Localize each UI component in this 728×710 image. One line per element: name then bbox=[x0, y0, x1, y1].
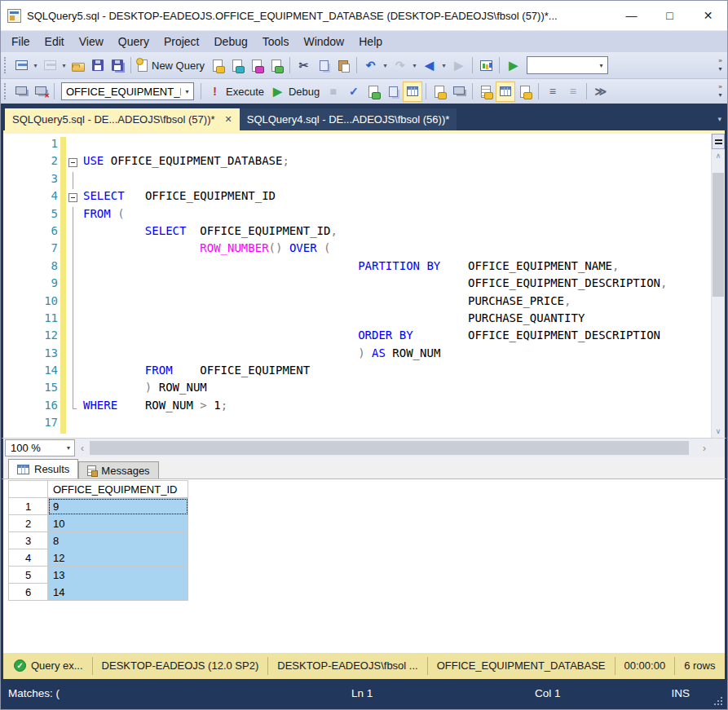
value-cell[interactable]: 8 bbox=[48, 532, 188, 549]
show-results-pane-button[interactable] bbox=[403, 82, 422, 102]
row-number-cell[interactable]: 5 bbox=[9, 567, 48, 584]
tab-messages[interactable]: Messages bbox=[78, 461, 158, 478]
code-line-3[interactable]: 3 bbox=[3, 172, 711, 189]
menu-window[interactable]: Window bbox=[296, 33, 351, 51]
code-line-13[interactable]: 13 ) AS ROW_NUM bbox=[3, 346, 711, 364]
row-number-cell[interactable]: 3 bbox=[9, 532, 48, 549]
vertical-scroll-thumb[interactable] bbox=[713, 173, 724, 297]
menu-project[interactable]: Project bbox=[157, 33, 207, 51]
database-engine-query-button[interactable] bbox=[208, 55, 227, 76]
minimize-button[interactable]: — bbox=[612, 1, 651, 30]
collapse-toggle[interactable] bbox=[68, 158, 77, 167]
mdx-query-button[interactable] bbox=[227, 55, 247, 76]
results-to-text-button[interactable] bbox=[476, 82, 496, 102]
add-item-dropdown[interactable]: ▾ bbox=[60, 62, 68, 69]
add-item-button[interactable] bbox=[40, 55, 60, 76]
navigate-backward-button[interactable]: ◀ bbox=[419, 55, 439, 76]
code-line-15[interactable]: 15 ) ROW_NUM bbox=[3, 381, 711, 398]
grid-corner-cell[interactable] bbox=[9, 481, 48, 498]
code-line-4[interactable]: 4SELECT OFFICE_EQUIPMENT_ID bbox=[3, 189, 711, 206]
template-parameters-button[interactable] bbox=[383, 82, 403, 102]
xmla-query-button[interactable] bbox=[267, 55, 286, 76]
code-editor[interactable]: 12USE OFFICE_EQUIPMENT_DATABASE;34SELECT… bbox=[1, 134, 727, 438]
code-line-1[interactable]: 1 bbox=[3, 137, 711, 154]
close-button[interactable]: ✕ bbox=[689, 1, 727, 30]
menu-view[interactable]: View bbox=[72, 33, 111, 51]
grid-column-header[interactable]: OFFICE_EQUIPMENT_ID bbox=[48, 481, 188, 498]
paste-button[interactable] bbox=[333, 55, 353, 76]
comment-button[interactable]: ≡ bbox=[542, 82, 563, 102]
maximize-button[interactable]: □ bbox=[651, 1, 689, 30]
navigate-backward-dropdown[interactable]: ▾ bbox=[439, 62, 448, 69]
uncomment-button[interactable]: ≡ bbox=[563, 82, 583, 102]
vertical-scroll-track[interactable] bbox=[712, 162, 725, 425]
change-connection-button[interactable] bbox=[31, 82, 51, 102]
tab-sqlquery5[interactable]: SQLQuery5.sql - DE...ADEOJS\fbsol (57))*… bbox=[5, 108, 240, 130]
code-line-14[interactable]: 14 FROM OFFICE_EQUIPMENT bbox=[3, 364, 711, 381]
collapse-toggle[interactable] bbox=[68, 193, 77, 202]
undo-dropdown[interactable]: ▾ bbox=[381, 62, 390, 69]
intellisense-button[interactable] bbox=[364, 82, 383, 102]
row-number-cell[interactable]: 6 bbox=[9, 584, 48, 601]
horizontal-scroll-track[interactable] bbox=[689, 441, 697, 455]
start-debug-button[interactable]: ▶ bbox=[503, 55, 523, 76]
code-line-17[interactable]: 17 bbox=[3, 416, 711, 433]
navigate-forward-button[interactable]: ▶ bbox=[448, 55, 469, 76]
resize-grip[interactable] bbox=[713, 695, 722, 705]
dmx-query-button[interactable] bbox=[247, 55, 267, 76]
activity-monitor-button[interactable] bbox=[476, 55, 496, 76]
code-line-5[interactable]: 5FROM ( bbox=[3, 207, 711, 224]
horizontal-scroll-thumb[interactable] bbox=[90, 441, 689, 455]
code-line-7[interactable]: 7 ROW_NUMBER() OVER ( bbox=[3, 241, 711, 258]
scroll-left-icon[interactable]: ‹ bbox=[75, 443, 90, 454]
toolbar-grip[interactable] bbox=[4, 83, 7, 99]
standard-toolbar-combo-dropdown-icon[interactable]: ▾ bbox=[595, 62, 607, 69]
standard-toolbar-overflow[interactable]: »▾ bbox=[714, 54, 726, 77]
results-to-grid-button[interactable] bbox=[496, 82, 515, 102]
scroll-down-icon[interactable]: ∨ bbox=[712, 425, 725, 438]
code-line-2[interactable]: 2USE OFFICE_EQUIPMENT_DATABASE; bbox=[3, 154, 711, 171]
editor-splitter-handle[interactable] bbox=[712, 134, 725, 149]
code-line-10[interactable]: 10 PURCHASE_PRICE, bbox=[3, 294, 711, 311]
open-file-button[interactable] bbox=[68, 55, 88, 76]
row-number-cell[interactable]: 4 bbox=[9, 549, 48, 567]
editor-vertical-scrollbar[interactable]: ∧ ∨ bbox=[711, 134, 725, 438]
menu-query[interactable]: Query bbox=[111, 33, 157, 51]
row-number-cell[interactable]: 2 bbox=[9, 515, 48, 532]
tab-sqlquery4[interactable]: SQLQuery4.sql - DE...ADEOJS\fbsol (56))* bbox=[240, 108, 457, 130]
zoom-combo[interactable]: 100 % ▾ bbox=[5, 439, 75, 456]
row-number-cell[interactable]: 1 bbox=[9, 498, 48, 515]
client-statistics-button[interactable] bbox=[449, 82, 469, 102]
code-line-12[interactable]: 12 ORDER BY OFFICE_EQUIPMENT_DESCRIPTION bbox=[3, 329, 711, 346]
sql-toolbar-overflow[interactable]: »▾ bbox=[714, 81, 726, 102]
database-combo-dropdown-icon[interactable]: ▾ bbox=[181, 88, 193, 95]
menu-file[interactable]: File bbox=[4, 33, 38, 51]
undo-button[interactable]: ↶ bbox=[360, 55, 381, 76]
code-line-8[interactable]: 8 PARTITION BY OFFICE_EQUIPMENT_NAME, bbox=[3, 259, 711, 276]
value-cell[interactable]: 10 bbox=[48, 515, 188, 532]
increase-indent-button[interactable]: ≫ bbox=[590, 82, 611, 102]
code-line-11[interactable]: 11 PURCHASE_QUANTITY bbox=[3, 311, 711, 329]
standard-toolbar-combo[interactable]: ▾ bbox=[527, 56, 608, 74]
redo-button[interactable]: ↷ bbox=[390, 55, 410, 76]
new-project-button[interactable] bbox=[11, 55, 31, 76]
menu-debug[interactable]: Debug bbox=[206, 33, 254, 51]
redo-dropdown[interactable]: ▾ bbox=[410, 62, 419, 69]
tab-results[interactable]: Results bbox=[8, 459, 78, 478]
menu-help[interactable]: Help bbox=[351, 33, 390, 51]
value-cell[interactable]: 9 bbox=[48, 498, 188, 515]
save-all-button[interactable] bbox=[108, 55, 127, 76]
new-query-button[interactable]: New Query bbox=[135, 55, 208, 76]
cut-button[interactable]: ✂ bbox=[293, 55, 314, 76]
save-button[interactable] bbox=[88, 55, 108, 76]
code-line-6[interactable]: 6 SELECT OFFICE_EQUIPMENT_ID, bbox=[3, 224, 711, 241]
value-cell[interactable]: 12 bbox=[48, 549, 188, 567]
editor-surface[interactable]: 12USE OFFICE_EQUIPMENT_DATABASE;34SELECT… bbox=[3, 134, 711, 438]
scroll-right-icon[interactable]: › bbox=[697, 443, 712, 454]
toolbar-grip[interactable] bbox=[4, 57, 7, 73]
copy-button[interactable] bbox=[314, 55, 333, 76]
value-cell[interactable]: 14 bbox=[48, 584, 188, 601]
menu-tools[interactable]: Tools bbox=[255, 33, 297, 51]
code-line-9[interactable]: 9 OFFICE_EQUIPMENT_DESCRIPTION, bbox=[3, 276, 711, 293]
debug-button[interactable]: ▶Debug bbox=[267, 82, 323, 102]
